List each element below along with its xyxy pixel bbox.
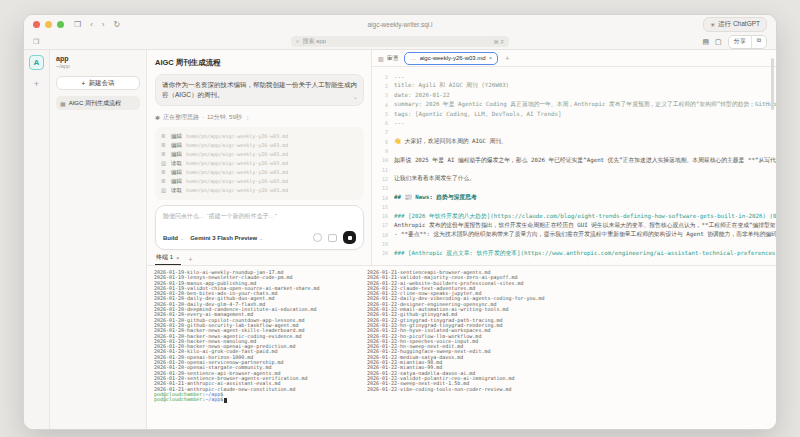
line-text: summary: 2026 年是 Agentic Coding 真正落地的一年。… (394, 100, 776, 109)
line-text: - **要点**: 这为技术团队的组织架构带来了质量方向，提示我们需在开发流程中… (394, 230, 776, 239)
editor-line: 15 (376, 202, 776, 211)
tab-filename: aigc-weekly-y26-w03.md (420, 55, 486, 61)
voice-icon[interactable] (313, 233, 322, 242)
reload-icon[interactable]: ↻ (114, 21, 121, 29)
line-number: 4 (376, 102, 388, 108)
sidebar-item-session[interactable]: ▦ AIGC 周刊生成流程 (56, 96, 140, 110)
operation-action: 编辑 (171, 133, 182, 140)
new-tab-button[interactable]: + (505, 55, 509, 62)
toolbar: ❐ ⌕ 搜索 app ⌘ F ▤ ▢ 分享 ⧉ (24, 34, 776, 50)
chat-title: AIGC 周刊生成流程 (155, 58, 364, 68)
editor-line: 6 --- (376, 118, 776, 127)
back-icon[interactable]: ‹ (90, 21, 93, 29)
operation-row[interactable]: ≣ 编辑 home/pn/app/aigc-weekly-y26-w03.md (161, 141, 358, 150)
operation-row[interactable]: ≣ 编辑 home/pn/app/aigc-weekly-y26-w03.md (161, 132, 358, 141)
titlebar: ❒ ‹ › ↻ aigc-weekly-writer.sqi.l ✳ 运行 Ch… (24, 15, 776, 34)
operation-row[interactable]: ≣ 编辑 home/pn/app/aigc-weekly-y26-w03.md (161, 150, 358, 159)
editor-line: 19 (376, 239, 776, 248)
terminal-panel[interactable]: 2026-01-19-kilo-ai-weekly-roundup-jan-17… (147, 265, 776, 429)
review-button[interactable]: ▥ 审查 (378, 54, 399, 63)
chat-panel: AIGC 周刊生成流程 请你作为一名资深的技术编辑，帮助我创建一份关于人工智能生… (147, 50, 372, 265)
file-operation-icon: ≣ (161, 178, 167, 184)
app-window-icon[interactable]: ❐ (33, 38, 39, 46)
device-preview-icon[interactable]: ▢ (715, 38, 722, 45)
tab-terminal-1[interactable]: 终端 1 × (155, 253, 181, 265)
editor-line: 3 date: 2026-01-22 (376, 91, 776, 100)
chatgpt-logo-icon: ✳ (710, 21, 715, 28)
open-chatgpt-button[interactable]: ✳ 运行 ChatGPT (703, 17, 767, 32)
operation-row[interactable]: ≣ 编辑 home/pn/app/aigc-weekly-y26-w03.md (161, 168, 358, 177)
close-icon[interactable]: × (489, 55, 493, 61)
mode-selector[interactable]: Build⌄ (163, 235, 184, 241)
line-number: 12 (376, 176, 388, 182)
line-text: ### [2026 年软件开发的八大趋势](https://claude.com… (394, 212, 776, 221)
editor-line: 20 ### [Anthropic 观点文章: 软件开发的变革](https:/… (376, 249, 776, 258)
file-operation-icon: ≣ (161, 142, 167, 148)
composer[interactable]: 随便问点什么… “搭建一个新的组件盒子…” Build⌄ Gemini 3 Fl… (155, 205, 364, 250)
line-text: ### [Anthropic 观点文章: 软件开发的变革](https://ww… (394, 249, 776, 258)
attach-image-icon[interactable] (328, 234, 337, 242)
editor-scrollbar[interactable] (771, 58, 774, 110)
file-operation-icon: ≣ (161, 169, 167, 175)
duplicate-icon[interactable]: ⧉ (751, 36, 766, 48)
reader-view-icon[interactable]: ▤ (702, 38, 709, 45)
line-number: 2 (376, 83, 388, 89)
line-number: 20 (376, 250, 388, 256)
operation-path: home/pn/app/aigc-weekly-y26-w03.md (186, 187, 288, 193)
stop-button[interactable] (343, 231, 356, 244)
line-text: 让我们来看看本周发生了什么。 (394, 174, 475, 183)
minimize-window-button[interactable] (45, 21, 52, 28)
operation-row[interactable]: ▥ 读取 home/pn/app/aigc-weekly-y26-w03.md (161, 186, 358, 195)
editor-line: 4 summary: 2026 年是 Agentic Coding 真正落地的一… (376, 100, 776, 109)
app-window: ❒ ‹ › ↻ aigc-weekly-writer.sqi.l ✳ 运行 Ch… (23, 14, 777, 430)
editor-line: 11 (376, 165, 776, 174)
kebab-icon[interactable]: ⁝ (247, 114, 249, 121)
columns-icon: ▥ (378, 55, 384, 62)
operation-action: 编辑 (171, 169, 182, 176)
forward-icon[interactable]: › (102, 21, 105, 29)
operation-row[interactable]: ≣ 编辑 home/pn/app/aigc-weekly-y26-w03.md (161, 177, 358, 186)
workspace-rail: A + (24, 50, 50, 429)
workspace-avatar[interactable]: A (29, 55, 44, 70)
line-number: 19 (376, 241, 388, 247)
sidebar: app ~/app + 新建会话 ▦ AIGC 周刊生成流程 (50, 50, 147, 429)
operation-action: 编辑 (171, 151, 182, 158)
zoom-window-button[interactable] (57, 21, 64, 28)
operation-action: 编辑 (171, 178, 182, 185)
spinner-icon: ✱ (155, 114, 160, 121)
line-number: 9 (376, 148, 388, 154)
chevron-down-icon[interactable]: ⌄ (353, 93, 358, 102)
close-icon[interactable]: × (176, 255, 180, 261)
add-workspace-button[interactable]: + (34, 79, 39, 89)
tab-menu-icon[interactable]: ⋯ (410, 55, 417, 62)
editor-content[interactable]: 1 --- 2 title: Agili 和 AIGC 周刊 (Y26W03) … (372, 67, 776, 265)
terminal-cursor (224, 398, 227, 403)
line-number: 5 (376, 111, 388, 117)
line-number: 16 (376, 213, 388, 219)
line-number: 18 (376, 232, 388, 238)
editor-line: 12 让我们来看看本周发生了什么。 (376, 174, 776, 183)
close-window-button[interactable] (33, 21, 40, 28)
new-session-button[interactable]: + 新建会话 (56, 76, 140, 90)
editor-line: 10 如果说 2025 年是 AI 编程助手的爆发之年，那么 2026 年已经证… (376, 156, 776, 165)
tab-markdown-file[interactable]: ⋯ aigc-weekly-y26-w03.md × (404, 52, 499, 65)
line-number: 17 (376, 222, 388, 228)
share-button[interactable]: 分享 (729, 36, 751, 48)
share-group: 分享 ⧉ (728, 35, 767, 49)
line-number: 13 (376, 185, 388, 191)
search-input[interactable]: ⌕ 搜索 app ⌘ F (291, 36, 509, 47)
line-number: 3 (376, 92, 388, 98)
operation-row[interactable]: ▥ 读取 home/pn/app/aigc-weekly-y26-w03.md (161, 159, 358, 168)
line-number: 6 (376, 120, 388, 126)
model-selector[interactable]: Gemini 3 Flash Preview⌄ (190, 235, 263, 241)
sidebar-toggle-icon[interactable]: ❒ (74, 21, 81, 29)
line-text: 如果说 2025 年是 AI 编程助手的爆发之年，那么 2026 年已经证实是“… (394, 156, 776, 165)
new-terminal-button[interactable]: + (189, 256, 193, 265)
composer-placeholder: 随便问点什么… “搭建一个新的组件盒子…” (163, 212, 356, 221)
operation-path: home/pn/app/aigc-weekly-y26-w03.md (186, 142, 288, 148)
terminal-prompt-active[interactable]: pod@cloudchamber:~/app$ (154, 397, 367, 403)
editor-line: 8 👋 大家好，欢迎回到本周的 AIGC 周刊。 (376, 137, 776, 146)
operations-card: ≣ 编辑 home/pn/app/aigc-weekly-y26-w03.md … (155, 127, 364, 200)
line-text: ## 📰 News: 趋势与深度思考 (394, 193, 477, 202)
session-label: AIGC 周刊生成流程 (69, 99, 121, 108)
